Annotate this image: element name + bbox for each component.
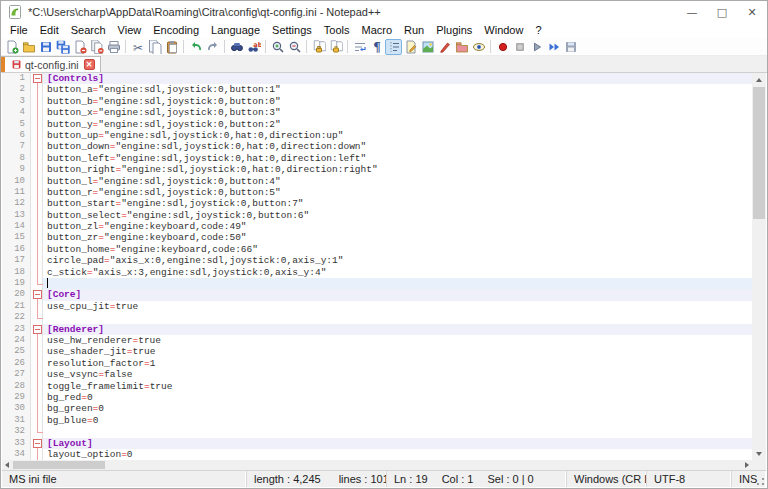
editor-line-13[interactable]: 13button_select="engine:sdl,joystick:0,b… [2,210,752,221]
save-file-button[interactable] [37,39,54,55]
scroll-left-arrow-icon[interactable] [2,460,12,470]
editor-line-29[interactable]: 29bg_red=0 [2,392,752,403]
editor-line-20[interactable]: 20[Core] [2,289,752,300]
status-encoding[interactable]: UTF-8 [647,471,732,487]
folder-as-workspace-button[interactable] [453,39,470,55]
menu-plugins[interactable]: Plugins [430,23,478,38]
editor-line-21[interactable]: 21use_cpu_jit=true [2,301,752,312]
editor-line-32[interactable]: 32 [2,426,752,437]
editor-line-15[interactable]: 15button_zr="engine:keyboard,code:50" [2,232,752,243]
editor-lines[interactable]: 1[Controls]2button_a="engine:sdl,joystic… [2,73,752,460]
menu-macro[interactable]: Macro [355,23,398,38]
document-map-button[interactable] [419,39,436,55]
show-indent-guide-button[interactable] [385,39,402,55]
menu-tools[interactable]: Tools [318,23,356,38]
copy-button[interactable] [146,39,163,55]
fold-collapse-icon[interactable] [30,438,43,449]
editor-line-19[interactable]: 19 [2,278,752,289]
user-defined-language-button[interactable] [402,39,419,55]
menu-file[interactable]: File [4,23,34,38]
macro-play-button[interactable] [528,39,545,55]
fold-margin [30,403,43,414]
resize-grip[interactable] [753,474,766,487]
macro-record-button[interactable] [494,39,511,55]
menu-window[interactable]: Window [478,23,529,38]
print-button[interactable] [105,39,122,55]
menu-edit[interactable]: Edit [34,23,65,38]
editor-line-14[interactable]: 14button_zl="engine:keyboard,code:49" [2,221,752,232]
editor-line-33[interactable]: 33[Layout] [2,438,752,449]
editor-line-6[interactable]: 6button_up="engine:sdl,joystick:0,hat:0,… [2,130,752,141]
editor-line-16[interactable]: 16button_home="engine:keyboard,code:66" [2,244,752,255]
tab-qt-config.ini[interactable]: qt-config.ini✕ [1,56,101,72]
macro-run-multiple-button[interactable] [545,39,562,55]
macro-save-button[interactable] [562,39,579,55]
zoom-out-button[interactable] [286,39,303,55]
editor-line-3[interactable]: 3button_b="engine:sdl,joystick:0,button:… [2,96,752,107]
editor-line-12[interactable]: 12button_start="engine:sdl,joystick:0,bu… [2,198,752,209]
redo-button[interactable] [204,39,221,55]
editor-line-5[interactable]: 5button_y="engine:sdl,joystick:0,button:… [2,119,752,130]
fold-collapse-icon[interactable] [30,289,43,300]
editor-line-22[interactable]: 22 [2,312,752,323]
editor-line-27[interactable]: 27use_vsync=false [2,369,752,380]
menu-run[interactable]: Run [398,23,430,38]
macro-stop-button[interactable] [511,39,528,55]
editor-line-30[interactable]: 30bg_green=0 [2,403,752,414]
editor-line-9[interactable]: 9button_right="engine:sdl,joystick:0,hat… [2,164,752,175]
fold-collapse-icon[interactable] [30,73,43,84]
close-file-button[interactable] [71,39,88,55]
new-file-button[interactable] [3,39,20,55]
editor-line-4[interactable]: 4button_x="engine:sdl,joystick:0,button:… [2,107,752,118]
editor-line-18[interactable]: 18c_stick="axis_x:3,engine:sdl,joystick:… [2,267,752,278]
menu-search[interactable]: Search [65,23,112,38]
editor-line-8[interactable]: 8button_left="engine:sdl,joystick:0,hat:… [2,153,752,164]
scroll-down-arrow-icon[interactable] [752,447,766,460]
menu-settings[interactable]: Settings [266,23,318,38]
editor-line-26[interactable]: 26resolution_factor=1 [2,358,752,369]
word-wrap-button[interactable] [351,39,368,55]
editor-line-24[interactable]: 24use_hw_renderer=true [2,335,752,346]
editor-line-28[interactable]: 28toggle_framelimit=true [2,381,752,392]
tab-close-icon[interactable]: ✕ [84,59,95,70]
scroll-up-arrow-icon[interactable] [752,73,766,86]
cut-button[interactable]: ✂ [129,39,146,55]
monitoring-eye-button[interactable] [470,39,487,55]
menu-view[interactable]: View [112,23,148,38]
scroll-right-arrow-icon[interactable] [742,460,752,470]
menu-encoding[interactable]: Encoding [147,23,205,38]
undo-button[interactable] [187,39,204,55]
maximize-button[interactable]: □ [707,1,737,23]
save-all-button[interactable] [54,39,71,55]
editor-line-17[interactable]: 17circle_pad="axis_x:0,engine:sdl,joysti… [2,255,752,266]
find-button[interactable] [228,39,245,55]
replace-button[interactable]: ab [245,39,262,55]
menu-help[interactable]: ? [529,23,547,38]
open-file-button[interactable] [20,39,37,55]
editor-line-23[interactable]: 23[Renderer] [2,324,752,335]
vertical-scroll-thumb[interactable] [753,87,765,219]
editor-line-34[interactable]: 34layout_option=0 [2,449,752,460]
zoom-in-button[interactable] [269,39,286,55]
vertical-scrollbar[interactable] [752,73,766,460]
editor-line-25[interactable]: 25use_shader_jit=true [2,346,752,357]
close-all-button[interactable] [88,39,105,55]
menu-language[interactable]: Language [205,23,266,38]
paste-button[interactable] [163,39,180,55]
show-all-characters-button[interactable]: ¶ [368,39,385,55]
editor-line-7[interactable]: 7button_down="engine:sdl,joystick:0,hat:… [2,141,752,152]
close-button[interactable]: ✕ [737,1,767,23]
editor-line-2[interactable]: 2button_a="engine:sdl,joystick:0,button:… [2,84,752,95]
status-eol-format[interactable]: Windows (CR LF) [567,471,647,487]
fold-collapse-icon[interactable] [30,324,43,335]
horizontal-scroll-thumb[interactable] [13,461,105,469]
sync-vertical-scroll-button[interactable] [310,39,327,55]
editor-line-11[interactable]: 11button_r="engine:sdl,joystick:0,button… [2,187,752,198]
editor-line-31[interactable]: 31bg_blue=0 [2,415,752,426]
horizontal-scrollbar[interactable] [2,460,752,470]
editor-line-1[interactable]: 1[Controls] [2,73,752,84]
function-list-button[interactable] [436,39,453,55]
minimize-button[interactable]: — [677,1,707,23]
editor-line-10[interactable]: 10button_l="engine:sdl,joystick:0,button… [2,176,752,187]
sync-horizontal-scroll-button[interactable] [327,39,344,55]
